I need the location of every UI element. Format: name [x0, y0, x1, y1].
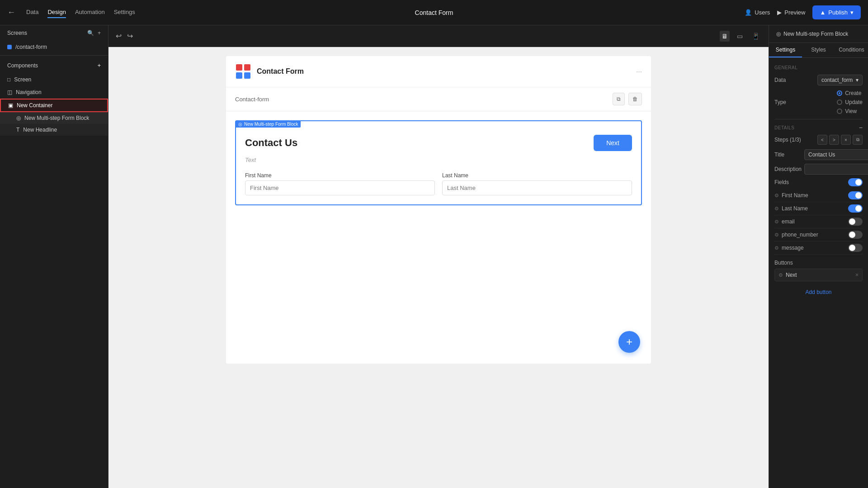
first-name-label: First Name	[245, 172, 435, 179]
screens-search-icon[interactable]: 🔍	[87, 30, 94, 36]
radio-update-label: Update	[845, 99, 863, 105]
tablet-view-button[interactable]: ▭	[735, 31, 745, 42]
data-value-dropdown[interactable]: contact_form ▾	[817, 75, 863, 85]
form-next-button[interactable]: Next	[594, 135, 632, 151]
tab-settings[interactable]: Settings	[114, 7, 135, 18]
field-message-toggle[interactable]	[848, 244, 863, 252]
fields-toggle-thumb	[855, 179, 862, 185]
svg-rect-1	[244, 64, 250, 71]
fields-master-toggle[interactable]	[848, 178, 863, 186]
radio-update[interactable]: Update	[837, 99, 863, 105]
logo-icon	[235, 63, 251, 80]
field-email-toggle-thumb	[849, 218, 855, 225]
multistep-badge-icon: ◎	[238, 122, 242, 127]
description-input[interactable]	[804, 164, 868, 175]
button-item-next: ⚙ Next ×	[774, 269, 863, 281]
field-firstname-toggle[interactable]	[848, 191, 863, 199]
description-label: Description	[774, 166, 802, 172]
field-phone-name: ⚙ phone_number	[774, 232, 818, 238]
button-next-name: Next	[786, 272, 797, 278]
field-email-name: ⚙ email	[774, 218, 795, 225]
data-field-row: Data contact_form ▾	[774, 75, 863, 85]
title-input[interactable]	[804, 149, 868, 160]
field-message-text: message	[782, 245, 804, 251]
type-label: Type	[774, 99, 786, 105]
nav-tabs: Data Design Automation Settings	[26, 7, 135, 18]
tab-data[interactable]: Data	[26, 7, 38, 18]
fields-list: ⚙ First Name ⚙ Last Name	[774, 189, 863, 255]
add-element-button[interactable]: +	[618, 331, 640, 353]
redo-button[interactable]: ↪	[127, 32, 133, 40]
field-phone-toggle-thumb	[849, 232, 855, 238]
publish-button[interactable]: ▲ Publish ▾	[812, 5, 861, 19]
screen-component-icon: □	[7, 76, 10, 83]
button-next-close-icon[interactable]: ×	[855, 272, 859, 278]
field-lastname-toggle[interactable]	[848, 204, 863, 213]
button-next-gear-icon[interactable]: ⚙	[778, 272, 783, 278]
svg-rect-0	[236, 64, 242, 71]
components-add-icon[interactable]: +	[97, 62, 101, 69]
type-field-row: Type Create Update View	[774, 90, 863, 114]
tab-styles[interactable]: Styles	[802, 43, 835, 57]
desktop-view-button[interactable]: 🖥	[720, 31, 730, 42]
component-new-container[interactable]: ▣ New Container	[0, 99, 108, 112]
component-multistep-form-block[interactable]: ◎ New Multi-step Form Block	[0, 112, 108, 124]
panel-header-icon: ◎	[776, 31, 781, 37]
close-step-button[interactable]: ×	[841, 135, 851, 145]
publish-label: Publish	[828, 9, 848, 16]
first-name-input[interactable]	[245, 180, 435, 195]
users-button[interactable]: 👤 Users	[745, 9, 770, 16]
form-copy-button[interactable]: ⧉	[613, 93, 625, 105]
navigation-icon: ◫	[7, 89, 12, 95]
radio-create[interactable]: Create	[837, 90, 863, 96]
prev-step-button[interactable]: <	[817, 135, 827, 145]
field-lastname-gear-icon[interactable]: ⚙	[774, 206, 779, 212]
right-panel-header: ◎ New Multi-step Form Block	[769, 25, 868, 43]
steps-row: Steps (1/3) < > × ⧉	[774, 135, 863, 145]
form-fields-row: First Name Last Name	[245, 172, 632, 195]
radio-view[interactable]: View	[837, 108, 863, 114]
field-phone-toggle[interactable]	[848, 231, 863, 239]
tab-automation[interactable]: Automation	[75, 7, 105, 18]
form-delete-button[interactable]: 🗑	[628, 93, 642, 105]
form-description: Text	[245, 156, 632, 163]
field-message-gear-icon[interactable]: ⚙	[774, 245, 779, 251]
next-step-button[interactable]: >	[829, 135, 839, 145]
field-email-toggle[interactable]	[848, 218, 863, 226]
screen-label: /contact-form	[15, 44, 47, 50]
left-sidebar: Screens 🔍 + /contact-form Components + □…	[0, 25, 108, 488]
tab-design[interactable]: Design	[47, 7, 66, 18]
mobile-view-button[interactable]: 📱	[750, 31, 761, 42]
back-button[interactable]: ←	[7, 8, 15, 17]
undo-button[interactable]: ↩	[116, 32, 122, 40]
field-firstname-gear-icon[interactable]: ⚙	[774, 193, 779, 199]
tab-conditions[interactable]: Conditions	[835, 43, 868, 57]
data-chevron-icon: ▾	[856, 77, 859, 83]
users-label: Users	[755, 9, 770, 16]
page-dots-menu[interactable]: ⋯	[636, 68, 642, 75]
component-screen[interactable]: □ Screen	[0, 73, 108, 86]
field-phone-gear-icon[interactable]: ⚙	[774, 232, 779, 238]
details-collapse-icon[interactable]: −	[859, 124, 863, 131]
screen-item-contact-form[interactable]: /contact-form	[0, 41, 108, 53]
preview-icon: ▶	[777, 9, 782, 16]
last-name-field-group: Last Name	[442, 172, 632, 195]
preview-button[interactable]: ▶ Preview	[777, 9, 805, 16]
component-navigation[interactable]: ◫ Navigation	[0, 86, 108, 99]
field-phone-text: phone_number	[782, 232, 818, 238]
last-name-input[interactable]	[442, 180, 632, 195]
field-email-gear-icon[interactable]: ⚙	[774, 219, 779, 225]
buttons-label: Buttons	[774, 260, 793, 266]
canvas-toolbar-left: ↩ ↪	[116, 32, 133, 40]
right-panel: ◎ New Multi-step Form Block Settings Sty…	[769, 25, 868, 488]
components-list: □ Screen ◫ Navigation ▣ New Container ◎ …	[0, 73, 108, 488]
add-button-link[interactable]: Add button	[805, 289, 831, 295]
component-new-headline[interactable]: T New Headline	[0, 124, 108, 136]
tab-settings[interactable]: Settings	[769, 43, 802, 57]
component-headline-label: New Headline	[23, 127, 57, 133]
field-firstname-name: ⚙ First Name	[774, 192, 808, 199]
copy-step-button[interactable]: ⧉	[853, 135, 863, 145]
screens-add-icon[interactable]: +	[98, 30, 101, 36]
screens-section-header: Screens 🔍 +	[0, 25, 108, 41]
svg-rect-3	[244, 72, 250, 79]
